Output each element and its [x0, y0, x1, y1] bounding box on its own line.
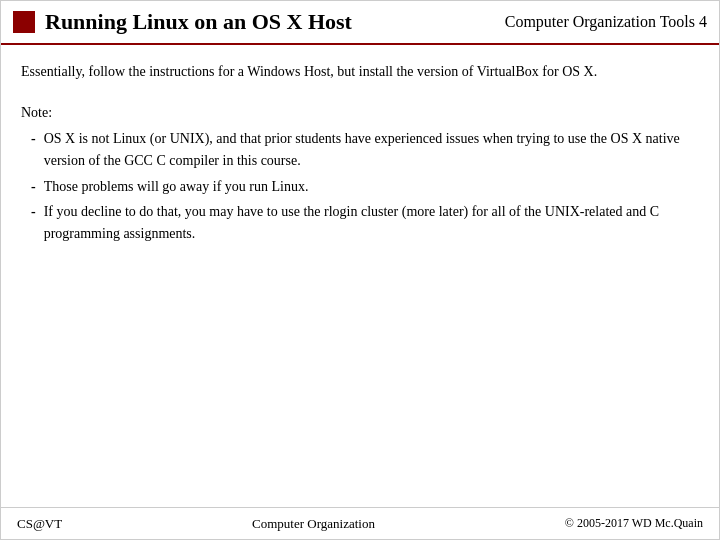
slide-container: Running Linux on an OS X Host Computer O… [0, 0, 720, 540]
note-section: Note: - OS X is not Linux (or UNIX), and… [21, 102, 699, 249]
note-item-2: Those problems will go away if you run L… [44, 176, 309, 198]
slide-header: Running Linux on an OS X Host Computer O… [1, 1, 719, 45]
list-item: - If you decline to do that, you may hav… [31, 201, 699, 244]
slide-footer: CS@VT Computer Organization © 2005-2017 … [1, 507, 719, 539]
note-item-3: If you decline to do that, you may have … [44, 201, 699, 244]
note-item-1: OS X is not Linux (or UNIX), and that pr… [44, 128, 699, 171]
note-list: - OS X is not Linux (or UNIX), and that … [21, 128, 699, 244]
footer-left: CS@VT [17, 516, 62, 532]
list-item: - OS X is not Linux (or UNIX), and that … [31, 128, 699, 171]
red-square-icon [13, 11, 35, 33]
dash-icon: - [31, 128, 36, 150]
list-item: - Those problems will go away if you run… [31, 176, 699, 198]
course-info: Computer Organization Tools 4 [505, 13, 707, 31]
footer-center: Computer Organization [252, 516, 375, 532]
note-label: Note: [21, 102, 699, 124]
slide-content: Essentially, follow the instructions for… [1, 45, 719, 507]
dash-icon: - [31, 201, 36, 223]
header-left: Running Linux on an OS X Host [13, 9, 505, 35]
intro-text: Essentially, follow the instructions for… [21, 61, 699, 82]
slide-title: Running Linux on an OS X Host [45, 9, 352, 35]
footer-right: © 2005-2017 WD Mc.Quain [565, 516, 703, 531]
dash-icon: - [31, 176, 36, 198]
